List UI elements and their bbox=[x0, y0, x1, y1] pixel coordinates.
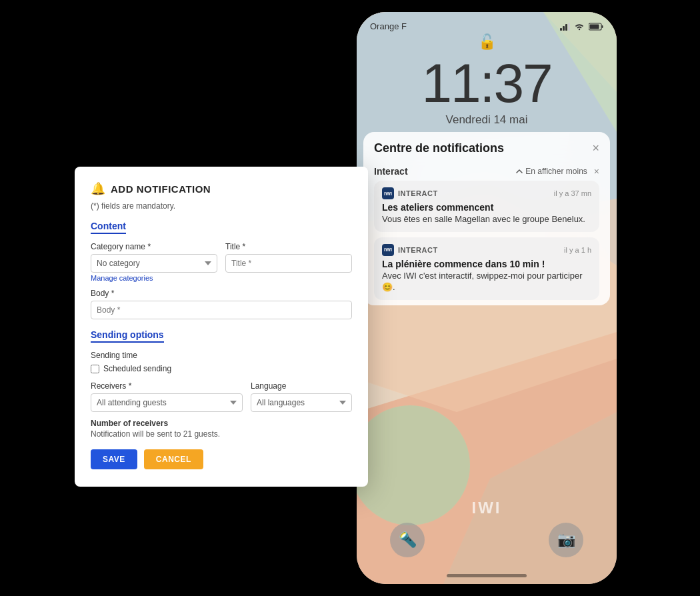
scheduled-sending-row: Scheduled sending bbox=[91, 364, 352, 373]
signal-icon bbox=[560, 23, 570, 31]
receivers-language-row: Receivers * All attending guests Languag… bbox=[91, 381, 352, 412]
manage-categories-link[interactable]: Manage categories bbox=[91, 274, 217, 282]
cancel-button[interactable]: CANCEL bbox=[144, 449, 203, 469]
mandatory-note: (*) fields are mandatory. bbox=[91, 201, 352, 211]
lock-icon: 🔓 bbox=[478, 33, 496, 51]
notif-app-info-1: IWI INTERACT bbox=[382, 187, 438, 199]
notif-body-1: Vous êtes en salle Magellan avec le grou… bbox=[382, 214, 591, 225]
category-label: Category name * bbox=[91, 242, 217, 251]
title-col: Title * bbox=[225, 242, 352, 282]
notif-app-name-2: INTERACT bbox=[398, 246, 438, 254]
notification-centre: Centre de notifications × Interact En af… bbox=[363, 132, 610, 305]
scheduled-label: Scheduled sending bbox=[103, 364, 171, 373]
receivers-count-section: Number of receivers Notification will be… bbox=[91, 419, 352, 439]
title-field-label: Title * bbox=[225, 242, 352, 251]
notif-app-icon-1: IWI bbox=[382, 187, 394, 199]
bell-icon: 🔔 bbox=[91, 181, 105, 196]
notif-group-name: Interact bbox=[374, 166, 408, 177]
phone-bottom-controls: 🔦 📷 bbox=[357, 523, 617, 557]
modal-header: 🔔 ADD NOTIFICATION bbox=[91, 181, 352, 196]
notif-centre-title: Centre de notifications bbox=[374, 141, 504, 155]
category-title-row: Category name * No category Manage categ… bbox=[91, 242, 352, 282]
flashlight-icon[interactable]: 🔦 bbox=[390, 523, 425, 557]
phone-mockup: Orange F bbox=[357, 12, 617, 584]
svg-rect-10 bbox=[590, 24, 599, 29]
camera-icon[interactable]: 📷 bbox=[549, 523, 583, 557]
phone-date: Vendredi 14 mai bbox=[446, 113, 528, 127]
add-notification-modal: 🔔 ADD NOTIFICATION (*) fields are mandat… bbox=[75, 167, 368, 487]
notif-group-actions: En afficher moins × bbox=[516, 166, 599, 177]
language-label: Language bbox=[251, 381, 352, 391]
notif-time-2: il y a 1 h bbox=[564, 246, 591, 254]
notif-app-icon-2: IWI bbox=[382, 244, 394, 256]
battery-icon bbox=[589, 23, 603, 31]
body-input[interactable] bbox=[91, 301, 352, 319]
chevron-up-icon bbox=[516, 169, 523, 174]
content-section-title: Content bbox=[91, 221, 126, 234]
status-bar: Orange F bbox=[370, 21, 603, 31]
notif-centre-header: Centre de notifications × bbox=[374, 141, 599, 155]
sending-options-section: Sending options Sending time Scheduled s… bbox=[91, 329, 352, 439]
sending-section-title: Sending options bbox=[91, 329, 164, 343]
notification-item-2: IWI INTERACT il y a 1 h La plénière comm… bbox=[374, 237, 599, 300]
language-select[interactable]: All languages bbox=[251, 393, 352, 412]
show-less-button[interactable]: En afficher moins bbox=[516, 167, 587, 176]
modal-title: ADD NOTIFICATION bbox=[111, 183, 211, 195]
receivers-label: Receivers * bbox=[91, 381, 243, 391]
save-button[interactable]: SAVE bbox=[91, 449, 137, 469]
body-label: Body * bbox=[91, 289, 352, 298]
notif-body-2: Avec IWI c'est interactif, swippez-moi p… bbox=[382, 271, 591, 293]
scheduled-checkbox[interactable] bbox=[91, 365, 99, 373]
home-indicator[interactable] bbox=[447, 574, 527, 577]
receivers-count-title: Number of receivers bbox=[91, 419, 352, 428]
status-icons bbox=[560, 23, 603, 31]
form-actions: SAVE CANCEL bbox=[91, 449, 352, 469]
receivers-count-text: Notification will be sent to 21 guests. bbox=[91, 429, 352, 439]
notif-group-header: Interact En afficher moins × bbox=[374, 162, 599, 181]
phone-brand-label: IWI bbox=[472, 499, 502, 517]
sending-time-label: Sending time bbox=[91, 351, 352, 360]
notif-title-1: Les ateliers commencent bbox=[382, 202, 591, 213]
carrier-label: Orange F bbox=[370, 21, 407, 31]
phone-time: 11:37 bbox=[421, 52, 551, 115]
language-col: Language All languages bbox=[251, 381, 352, 412]
receivers-col: Receivers * All attending guests bbox=[91, 381, 243, 412]
notif-time-1: il y a 37 mn bbox=[554, 189, 591, 197]
receivers-select[interactable]: All attending guests bbox=[91, 393, 243, 412]
category-col: Category name * No category Manage categ… bbox=[91, 242, 217, 282]
notif-item-1-header: IWI INTERACT il y a 37 mn bbox=[382, 187, 591, 199]
body-row: Body * bbox=[91, 289, 352, 319]
notification-item-1: IWI INTERACT il y a 37 mn Les ateliers c… bbox=[374, 181, 599, 232]
notif-app-info-2: IWI INTERACT bbox=[382, 244, 438, 256]
notif-app-name-1: INTERACT bbox=[398, 189, 438, 197]
svg-rect-9 bbox=[602, 25, 603, 28]
notif-item-2-header: IWI INTERACT il y a 1 h bbox=[382, 244, 591, 256]
notif-group-close-button[interactable]: × bbox=[594, 166, 599, 177]
notif-centre-close-button[interactable]: × bbox=[592, 141, 599, 155]
title-input[interactable] bbox=[225, 254, 352, 273]
phone-background: Orange F bbox=[357, 12, 617, 584]
notif-group-interact: Interact En afficher moins × bbox=[374, 162, 599, 300]
category-select[interactable]: No category bbox=[91, 254, 217, 273]
wifi-icon bbox=[574, 23, 585, 31]
notif-title-2: La plénière commence dans 10 min ! bbox=[382, 259, 591, 269]
